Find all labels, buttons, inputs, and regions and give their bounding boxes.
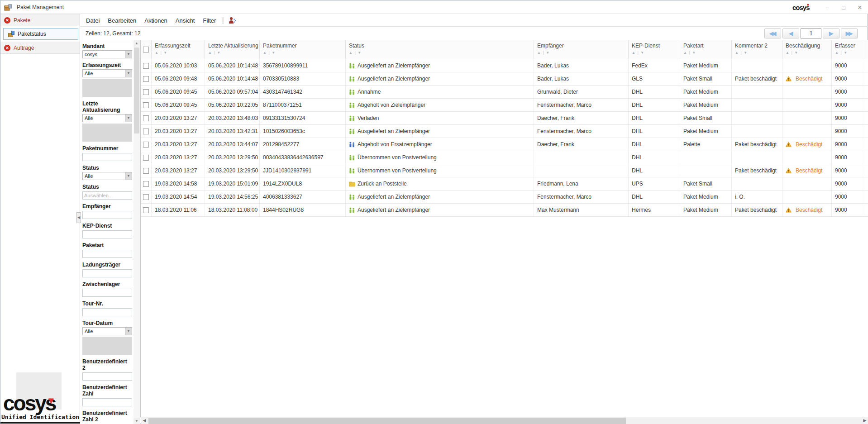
chevron-down-icon[interactable]: ▼: [125, 172, 132, 180]
row-checkbox[interactable]: [143, 207, 149, 213]
user-package-toolbar-icon[interactable]: [229, 17, 236, 24]
filter-input-empfänger[interactable]: [82, 211, 132, 219]
sort-descending-icon[interactable]: ▼: [217, 51, 221, 55]
menu-item-ansicht[interactable]: Ansicht: [172, 16, 199, 25]
filter-input-status[interactable]: [82, 191, 132, 200]
sidebar-item-aufträge[interactable]: ✕Aufträge: [0, 42, 80, 54]
filter-input-paketart[interactable]: [82, 250, 132, 258]
row-checkbox[interactable]: [143, 129, 149, 134]
sort-controls[interactable]: ▲ | ▼: [735, 50, 748, 55]
sort-controls[interactable]: ▲ | ▼: [208, 50, 221, 55]
sort-ascending-icon[interactable]: ▲: [537, 51, 541, 55]
chevron-down-icon[interactable]: ▼: [125, 328, 132, 335]
filter-select-status[interactable]: Alle▼: [82, 172, 132, 180]
filter-collapse-toggle[interactable]: ◀: [76, 212, 81, 223]
filter-input-benutzerdefiniert-zahl[interactable]: [82, 398, 132, 406]
filter-select-tour-datum[interactable]: Alle▼: [82, 327, 132, 335]
first-page-button[interactable]: ◀◀: [764, 29, 781, 38]
column-header-kep-dienst[interactable]: KEP-Dienst▲ | ▼: [629, 40, 680, 59]
sort-descending-icon[interactable]: ▼: [692, 51, 696, 55]
row-checkbox[interactable]: [143, 168, 149, 174]
scroll-left-icon[interactable]: ◀: [141, 417, 148, 424]
filter-scroll-down-icon[interactable]: ▼: [134, 418, 140, 424]
row-checkbox[interactable]: [143, 102, 149, 108]
sort-ascending-icon[interactable]: ▲: [349, 51, 353, 55]
filter-scroll-thumb[interactable]: [134, 48, 139, 133]
sort-controls[interactable]: ▲ | ▼: [537, 50, 550, 55]
sort-descending-icon[interactable]: ▼: [163, 51, 167, 55]
row-checkbox[interactable]: [143, 194, 149, 200]
filter-scrollbar[interactable]: ▲ ▼: [134, 40, 140, 424]
horizontal-scroll-thumb[interactable]: [148, 418, 626, 424]
menu-item-filter[interactable]: Filter: [199, 16, 220, 25]
sort-ascending-icon[interactable]: ▲: [263, 51, 267, 55]
row-checkbox[interactable]: [143, 115, 149, 121]
row-checkbox[interactable]: [143, 89, 149, 95]
previous-page-button[interactable]: ◀: [782, 29, 799, 38]
sort-ascending-icon[interactable]: ▲: [208, 51, 212, 55]
filter-select-erfassungszeit[interactable]: Alle▼: [82, 69, 132, 77]
row-checkbox[interactable]: [143, 142, 149, 148]
scroll-right-icon[interactable]: ▶: [861, 417, 868, 424]
sort-ascending-icon[interactable]: ▲: [835, 51, 839, 55]
table-row[interactable]: 05.06.2020 09:4505.06.2020 10:22:0587110…: [141, 99, 868, 112]
table-row[interactable]: 05.06.2020 09:4805.06.2020 10:14:4807033…: [141, 72, 868, 86]
column-header-paketnummer[interactable]: Paketnummer▲ | ▼: [260, 40, 346, 59]
next-page-button[interactable]: ▶: [823, 29, 839, 38]
horizontal-scrollbar[interactable]: ◀ ▶: [141, 417, 868, 424]
filter-input-ladungsträger[interactable]: [82, 269, 132, 277]
table-row[interactable]: 19.03.2020 14:5819.03.2020 15:01:091914L…: [141, 177, 868, 191]
table-row[interactable]: 20.03.2020 13:2720.03.2020 13:42:3110150…: [141, 125, 868, 138]
sidebar-item-paketstatus[interactable]: Paketstatus: [3, 28, 78, 40]
row-checkbox[interactable]: [143, 155, 149, 161]
column-header-status[interactable]: Status▲ | ▼: [346, 40, 534, 59]
column-header-erfassungszeit[interactable]: Erfassungszeit▲ | ▼: [152, 40, 205, 59]
row-checkbox[interactable]: [143, 76, 149, 82]
sort-descending-icon[interactable]: ▼: [844, 51, 848, 55]
filter-select-mandant[interactable]: cosys▼: [82, 50, 132, 58]
sort-controls[interactable]: ▲ | ▼: [632, 50, 644, 55]
last-page-button[interactable]: ▶▶: [841, 29, 858, 38]
close-button[interactable]: ✕: [855, 4, 865, 11]
column-header-paketart[interactable]: Paketart▲ | ▼: [680, 40, 732, 59]
sort-controls[interactable]: ▲ | ▼: [349, 50, 362, 55]
menu-item-aktionen[interactable]: Aktionen: [140, 16, 172, 25]
sort-controls[interactable]: ▲ | ▼: [155, 50, 167, 55]
filter-input-tour-nr-[interactable]: [82, 308, 132, 316]
sort-descending-icon[interactable]: ▼: [358, 51, 362, 55]
sort-ascending-icon[interactable]: ▲: [155, 51, 159, 55]
column-header-erfasser[interactable]: Erfasser▲ | ▼: [832, 40, 865, 59]
sort-ascending-icon[interactable]: ▲: [632, 51, 636, 55]
table-row[interactable]: 20.03.2020 13:2720.03.2020 13:48:0309133…: [141, 112, 868, 125]
maximize-button[interactable]: □: [839, 4, 849, 11]
chevron-down-icon[interactable]: ▼: [125, 70, 132, 77]
table-row[interactable]: 19.03.2020 14:5419.03.2020 14:56:2540063…: [141, 191, 868, 204]
row-checkbox[interactable]: [143, 181, 149, 187]
sort-controls[interactable]: ▲ | ▼: [683, 50, 696, 55]
select-all-checkbox[interactable]: [143, 47, 149, 52]
column-header-kommentar-2[interactable]: Kommentar 2▲ | ▼: [732, 40, 782, 59]
table-row[interactable]: 05.06.2020 09:4505.06.2020 09:57:0443031…: [141, 86, 868, 99]
filter-input-paketnummer[interactable]: [82, 153, 132, 161]
column-header-letzte-aktualisierung[interactable]: Letzte Aktualisierung▲ | ▼: [205, 40, 260, 59]
sort-descending-icon[interactable]: ▼: [546, 51, 550, 55]
sort-controls[interactable]: ▲ | ▼: [263, 50, 276, 55]
row-checkbox[interactable]: [143, 63, 149, 69]
table-row[interactable]: 20.03.2020 13:2720.03.2020 13:29:50JJD14…: [141, 164, 868, 177]
sort-ascending-icon[interactable]: ▲: [786, 51, 790, 55]
menu-item-datei[interactable]: Datei: [82, 16, 104, 25]
filter-scroll-up-icon[interactable]: ▲: [134, 40, 140, 47]
chevron-down-icon[interactable]: ▼: [125, 114, 132, 122]
filter-input-kep-dienst[interactable]: [82, 230, 132, 238]
filter-input-zwischenlager[interactable]: [82, 289, 132, 297]
table-row[interactable]: 18.03.2020 11:0618.03.2020 11:08:001844H…: [141, 204, 868, 217]
minimize-button[interactable]: –: [822, 4, 832, 11]
sort-descending-icon[interactable]: ▼: [640, 51, 644, 55]
sort-descending-icon[interactable]: ▼: [272, 51, 276, 55]
table-row[interactable]: 05.06.2020 10:0305.06.2020 10:14:4835678…: [141, 59, 868, 72]
table-row[interactable]: 20.03.2020 13:2720.03.2020 13:44:0720129…: [141, 138, 868, 151]
sort-ascending-icon[interactable]: ▲: [735, 51, 739, 55]
filter-select-letzte-aktualisierung[interactable]: Alle▼: [82, 114, 132, 122]
chevron-down-icon[interactable]: ▼: [125, 51, 132, 58]
sort-controls[interactable]: ▲ | ▼: [786, 50, 798, 55]
